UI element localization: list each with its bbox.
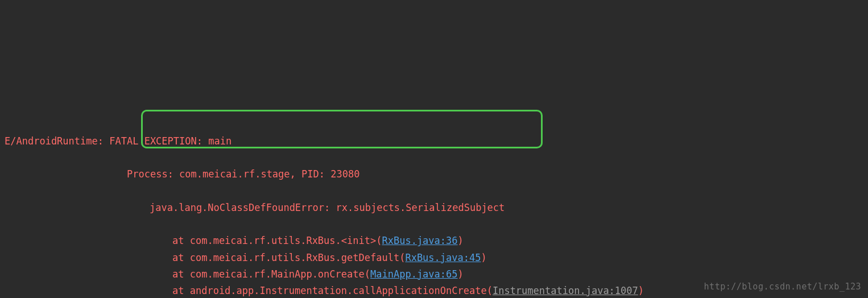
stack-frame-text: ) — [458, 235, 464, 246]
exception-line: java.lang.NoClassDefFoundError: rx.subje… — [5, 200, 863, 216]
watermark-text: http://blog.csdn.net/lrxb_123 — [704, 280, 861, 295]
source-link[interactable]: Instrumentation.java:1007 — [493, 285, 638, 296]
source-link[interactable]: MainApp.java:65 — [370, 268, 458, 280]
process-line: Process: com.meicai.rf.stage, PID: 23080 — [5, 166, 863, 183]
stack-frame: at com.meicai.rf.utils.RxBus.getDefault(… — [5, 250, 863, 266]
stack-frame-text: at com.meicai.rf.MainApp.onCreate( — [172, 268, 370, 280]
stack-frame: at com.meicai.rf.utils.RxBus.<init>(RxBu… — [5, 233, 863, 249]
stack-frame-text: at com.meicai.rf.utils.RxBus.<init>( — [172, 235, 382, 246]
stack-frame-text: ) — [458, 268, 464, 280]
stack-frame-text: ) — [638, 285, 644, 296]
stack-frame-text: ) — [481, 252, 486, 263]
log-tag: E/AndroidRuntime: — [5, 135, 104, 147]
source-link[interactable]: RxBus.java:36 — [382, 235, 457, 246]
source-link[interactable]: RxBus.java:45 — [405, 252, 481, 263]
stack-frame-text: at com.meicai.rf.utils.RxBus.getDefault( — [172, 252, 405, 263]
stack-frame-text: at android.app.Instrumentation.callAppli… — [172, 285, 493, 296]
logcat-output[interactable]: E/AndroidRuntime: FATAL EXCEPTION: main … — [0, 83, 868, 298]
log-header-msg: FATAL EXCEPTION: main — [104, 135, 232, 147]
